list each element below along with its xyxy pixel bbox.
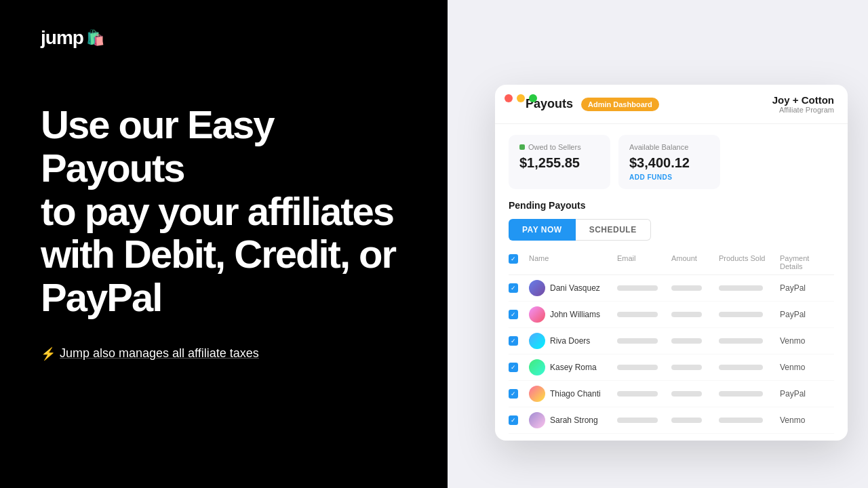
- amount-1: [671, 285, 719, 291]
- schedule-button[interactable]: SCHEDULE: [576, 219, 651, 241]
- table-row: Thiago Chanti PayPal: [509, 381, 834, 407]
- amount-2: [671, 312, 719, 317]
- owed-dot: [519, 144, 525, 150]
- card-header: Payouts Admin Dashboard Joy + Cotton Aff…: [495, 85, 848, 124]
- name-3: Riva Doers: [550, 336, 590, 346]
- email-5: [617, 391, 671, 396]
- pay-now-button[interactable]: PAY NOW: [509, 219, 576, 241]
- amount-6: [671, 418, 719, 423]
- payment-4: Venmo: [780, 363, 834, 372]
- col-amount: Amount: [671, 254, 719, 270]
- name-2: John Williams: [550, 310, 600, 319]
- name-cell-6: Sarah Strong: [529, 412, 617, 428]
- pending-title: Pending Payouts: [509, 200, 834, 211]
- available-amount: $3,400.12: [629, 155, 709, 171]
- name-cell-2: John Williams: [529, 306, 617, 323]
- row-checkbox-4[interactable]: [509, 363, 518, 372]
- email-6: [617, 418, 671, 423]
- email-2: [617, 312, 671, 317]
- action-buttons: PAY NOW SCHEDULE: [509, 219, 834, 241]
- amount-3: [671, 338, 719, 344]
- col-products: Products Sold: [719, 254, 780, 270]
- owed-balance-card: Owed to Sellers $1,255.85: [509, 135, 610, 189]
- dashboard-card: Payouts Admin Dashboard Joy + Cotton Aff…: [495, 85, 848, 441]
- card-header-left: Payouts Admin Dashboard: [526, 97, 659, 111]
- hero-text: Use our Easy Payouts to pay your affilia…: [41, 103, 407, 319]
- amount-5: [671, 391, 719, 396]
- avatar-4: [529, 359, 545, 375]
- name-cell-1: Dani Vasquez: [529, 280, 617, 296]
- email-3: [617, 338, 671, 344]
- table-row: Kasey Roma Venmo: [509, 354, 834, 381]
- col-payment: Payment Details: [780, 254, 834, 270]
- owed-label: Owed to Sellers: [519, 143, 599, 151]
- row-checkbox-3[interactable]: [509, 336, 518, 346]
- payouts-table: Name Email Amount Products Sold Payment …: [509, 250, 834, 434]
- close-button[interactable]: [505, 94, 513, 102]
- name-cell-5: Thiago Chanti: [529, 386, 617, 402]
- maximize-button[interactable]: [529, 94, 537, 102]
- row-checkbox-5[interactable]: [509, 389, 518, 399]
- name-5: Thiago Chanti: [550, 389, 601, 399]
- table-row: Dani Vasquez PayPal: [509, 275, 834, 302]
- lightning-icon: ⚡: [41, 346, 56, 361]
- available-balance-card: Available Balance $3,400.12 ADD FUNDS: [618, 135, 720, 189]
- available-label: Available Balance: [629, 143, 709, 151]
- name-4: Kasey Roma: [550, 363, 597, 372]
- name-cell-3: Riva Doers: [529, 333, 617, 349]
- table-row: Sarah Strong Venmo: [509, 407, 834, 434]
- row-checkbox-6[interactable]: [509, 415, 518, 425]
- window-controls: [505, 94, 537, 102]
- products-5: [719, 391, 780, 396]
- payment-1: PayPal: [780, 283, 834, 293]
- products-2: [719, 312, 780, 317]
- avatar-2: [529, 306, 545, 323]
- avatar-1: [529, 280, 545, 296]
- add-funds-link[interactable]: ADD FUNDS: [629, 174, 709, 181]
- products-1: [719, 285, 780, 291]
- owed-amount: $1,255.85: [519, 155, 599, 171]
- table-row: John Williams PayPal: [509, 302, 834, 328]
- logo-text: jump: [41, 27, 83, 49]
- amount-4: [671, 365, 719, 370]
- avatar-3: [529, 333, 545, 349]
- pending-section: Pending Payouts PAY NOW SCHEDULE Name Em…: [495, 200, 848, 441]
- brand-name-sub: Affiliate Program: [772, 106, 834, 114]
- payment-5: PayPal: [780, 389, 834, 399]
- table-header: Name Email Amount Products Sold Payment …: [509, 250, 834, 275]
- select-all-checkbox[interactable]: [509, 254, 518, 264]
- tagline-text: Jump also manages all affiliate taxes: [60, 346, 259, 361]
- avatar-5: [529, 386, 545, 402]
- payment-2: PayPal: [780, 310, 834, 319]
- payment-3: Venmo: [780, 336, 834, 346]
- minimize-button[interactable]: [517, 94, 525, 102]
- row-checkbox-2[interactable]: [509, 310, 518, 319]
- products-3: [719, 338, 780, 344]
- name-cell-4: Kasey Roma: [529, 359, 617, 375]
- email-4: [617, 365, 671, 370]
- products-6: [719, 418, 780, 423]
- products-4: [719, 365, 780, 370]
- balance-section: Owed to Sellers $1,255.85 Available Bala…: [495, 124, 848, 200]
- table-row: Riva Doers Venmo: [509, 328, 834, 354]
- payment-6: Venmo: [780, 415, 834, 425]
- brand-name: Joy + Cotton Affiliate Program: [772, 94, 834, 114]
- email-1: [617, 285, 671, 291]
- row-checkbox-1[interactable]: [509, 283, 518, 293]
- logo-icon: 🛍️: [86, 29, 104, 47]
- page-layout: jump 🛍️ Use our Easy Payouts to pay your…: [0, 0, 868, 488]
- name-6: Sarah Strong: [550, 415, 598, 425]
- admin-badge: Admin Dashboard: [581, 98, 659, 111]
- logo: jump 🛍️: [41, 27, 407, 49]
- name-1: Dani Vasquez: [550, 283, 600, 293]
- tagline: ⚡ Jump also manages all affiliate taxes: [41, 346, 407, 361]
- brand-name-main: Joy + Cotton: [772, 94, 834, 106]
- col-name: Name: [529, 254, 617, 270]
- col-email: Email: [617, 254, 671, 270]
- avatar-6: [529, 412, 545, 428]
- left-panel: jump 🛍️ Use our Easy Payouts to pay your…: [0, 0, 448, 488]
